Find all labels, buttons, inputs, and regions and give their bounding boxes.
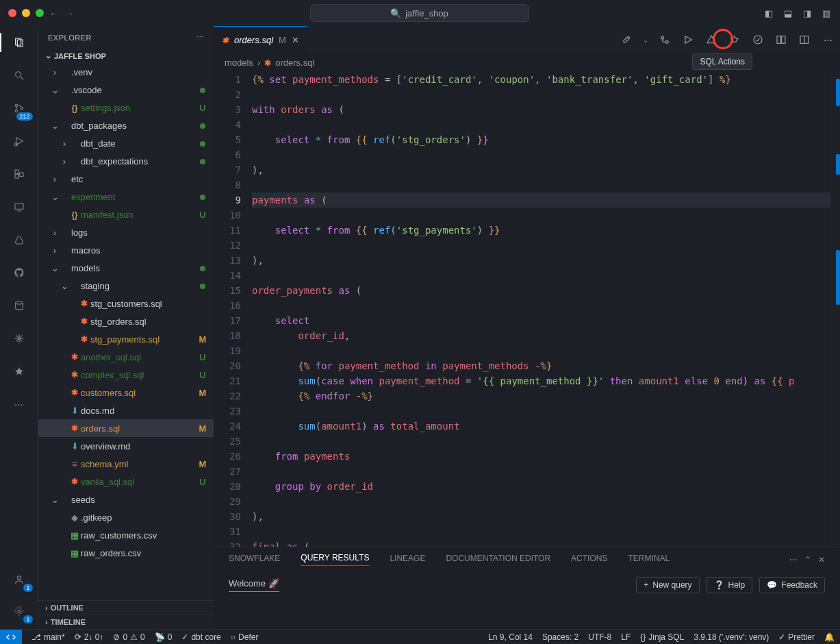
timeline-panel[interactable]: ›TIMELINE [38, 615, 214, 629]
tree-file[interactable]: ✱customers.sqlM [38, 384, 214, 401]
python-env[interactable]: 3.9.18 ('.venv': venv) [693, 632, 769, 642]
tree-folder[interactable]: ⌄dbt_packages [38, 116, 214, 134]
maximize-window[interactable] [36, 9, 44, 17]
remote-indicator[interactable] [0, 630, 22, 645]
close-window[interactable] [8, 9, 16, 17]
tree-file[interactable]: ≡schema.ymlM [38, 455, 214, 473]
status-ports[interactable]: 📡 0 [155, 632, 173, 642]
activity-search[interactable] [10, 66, 29, 85]
more-icon[interactable]: ⋯ [821, 33, 835, 47]
tree-file[interactable]: {}manifest.jsonU [38, 206, 214, 223]
cursor-position[interactable]: Ln 9, Col 14 [488, 632, 533, 642]
tree-folder[interactable]: ›macros [38, 241, 214, 259]
run-icon[interactable] [681, 33, 695, 47]
encoding[interactable]: UTF-8 [588, 632, 611, 642]
tree-file[interactable]: ⬇overview.md [38, 437, 214, 455]
panel-tab[interactable]: QUERY RESULTS [301, 553, 369, 566]
tree-folder[interactable]: ›etc [38, 170, 214, 188]
panel-chevron-up-icon[interactable]: ⌃ [804, 555, 811, 565]
tree-file[interactable]: ▦raw_customers.csv [38, 526, 214, 544]
nav-back-icon[interactable]: ← [49, 8, 58, 18]
outline-panel[interactable]: ›OUTLINE [38, 600, 214, 615]
activity-accounts[interactable]: 1 [10, 570, 29, 589]
tree-file[interactable]: {}settings.jsonU [38, 99, 214, 116]
activity-settings[interactable]: 1 [10, 602, 29, 621]
activity-github[interactable] [10, 263, 29, 282]
tree-file[interactable]: ✱vanila_sql.sqlU [38, 473, 214, 491]
tree-folder[interactable]: ⌄staging [38, 277, 214, 295]
activity-gitlens[interactable] [10, 362, 29, 381]
tree-folder[interactable]: ⌄experiment [38, 188, 214, 206]
debug-icon[interactable] [728, 33, 741, 47]
notifications-icon[interactable]: 🔔 [824, 632, 835, 642]
help-button[interactable]: ❔ Help [707, 577, 753, 593]
git-sync[interactable]: ⟳ 2↓ 0↑ [75, 632, 104, 642]
activity-remote[interactable] [10, 197, 29, 216]
tree-file[interactable]: ⬇docs.md [38, 401, 214, 419]
tree-file[interactable]: ▦raw_orders.csv [38, 544, 214, 562]
breadcrumb-seg[interactable]: models [225, 58, 253, 68]
sql-actions-icon[interactable] [704, 33, 718, 47]
tree-file[interactable]: ✱stg_orders.sql [38, 312, 214, 330]
language-mode[interactable]: {} Jinja SQL [640, 632, 684, 642]
activity-more-icon[interactable]: ⋯ [10, 395, 29, 414]
panel-tab[interactable]: TERMINAL [628, 554, 670, 566]
panel-tab[interactable]: DOCUMENTATION EDITOR [446, 554, 550, 566]
command-center[interactable]: 🔍 jaffle_shop [310, 4, 529, 22]
workspace-root[interactable]: ⌄ JAFFLE SHOP [38, 49, 214, 63]
editor[interactable]: 1234567891011121314151617181920212223242… [214, 72, 840, 547]
activity-explorer[interactable] [10, 33, 29, 52]
activity-run-debug[interactable] [10, 132, 29, 151]
feedback-button[interactable]: 💬 Feedback [759, 577, 825, 593]
tree-folder[interactable]: ⌄models [38, 259, 214, 277]
build-icon[interactable] [620, 33, 633, 47]
chevron-down-icon[interactable]: ⌄ [643, 36, 648, 44]
status-defer[interactable]: ○ Defer [231, 632, 259, 642]
code-body[interactable]: {% set payment_methods = ['credit_card',… [252, 72, 840, 547]
tree-file[interactable]: ◆.gitkeep [38, 508, 214, 526]
tree-folder[interactable]: ›dbt_date [38, 134, 214, 152]
check-icon[interactable] [751, 33, 765, 47]
status-dbt[interactable]: ✓ dbt core [181, 632, 220, 642]
activity-database[interactable] [10, 296, 29, 315]
tree-folder[interactable]: ⌄.vscode [38, 81, 214, 99]
git-branch[interactable]: ⎇ main* [31, 632, 65, 642]
new-query-button[interactable]: + New query [636, 577, 699, 593]
tree-file[interactable]: ✱complex_sql.sqlU [38, 366, 214, 384]
activity-extensions[interactable] [10, 164, 29, 184]
tree-file[interactable]: ✱another_sql.sqlU [38, 348, 214, 366]
layout-icon[interactable] [798, 33, 811, 47]
tab-close-icon[interactable]: ✕ [292, 35, 299, 45]
split-icon[interactable] [774, 33, 788, 47]
layout-right-icon[interactable]: ◨ [802, 8, 813, 18]
tree-file[interactable]: ✱stg_customers.sql [38, 295, 214, 312]
tree-folder[interactable]: ›logs [38, 223, 214, 241]
minimap[interactable] [830, 72, 840, 547]
tab-orders-sql[interactable]: ✱ orders.sql M ✕ [214, 26, 307, 53]
activity-source-control[interactable]: 212 [10, 99, 29, 118]
activity-testing[interactable] [10, 230, 29, 249]
panel-tab[interactable]: SNOWFLAKE [229, 554, 280, 566]
status-problems[interactable]: ⊘ 0 ⚠ 0 [113, 632, 144, 642]
panel-close-icon[interactable]: ✕ [818, 555, 825, 565]
tree-file[interactable]: ✱stg_payments.sqlM [38, 330, 214, 348]
tree-folder[interactable]: ⌄seeds [38, 491, 214, 508]
panel-welcome-tab[interactable]: Welcome 🚀 [229, 578, 279, 592]
layout-left-icon[interactable]: ◧ [763, 8, 774, 18]
tree-file[interactable]: ✱orders.sqlM [38, 419, 214, 437]
tree-folder[interactable]: ›dbt_expectations [38, 152, 214, 170]
activity-snowflake[interactable] [10, 329, 29, 348]
layout-custom-icon[interactable]: ▥ [821, 8, 832, 18]
nav-forward-icon[interactable]: → [65, 8, 74, 18]
prettier[interactable]: ✓ Prettier [778, 632, 815, 642]
eol[interactable]: LF [621, 632, 631, 642]
layout-bottom-icon[interactable]: ⬓ [782, 8, 793, 18]
minimize-window[interactable] [22, 9, 30, 17]
compare-icon[interactable] [658, 33, 672, 47]
panel-tab[interactable]: LINEAGE [390, 554, 425, 566]
indentation[interactable]: Spaces: 2 [542, 632, 578, 642]
explorer-more-icon[interactable]: ⋯ [196, 33, 205, 42]
panel-tab[interactable]: ACTIONS [571, 554, 607, 566]
panel-more-icon[interactable]: ⋯ [789, 555, 798, 565]
breadcrumb-seg[interactable]: orders.sql [275, 58, 314, 68]
